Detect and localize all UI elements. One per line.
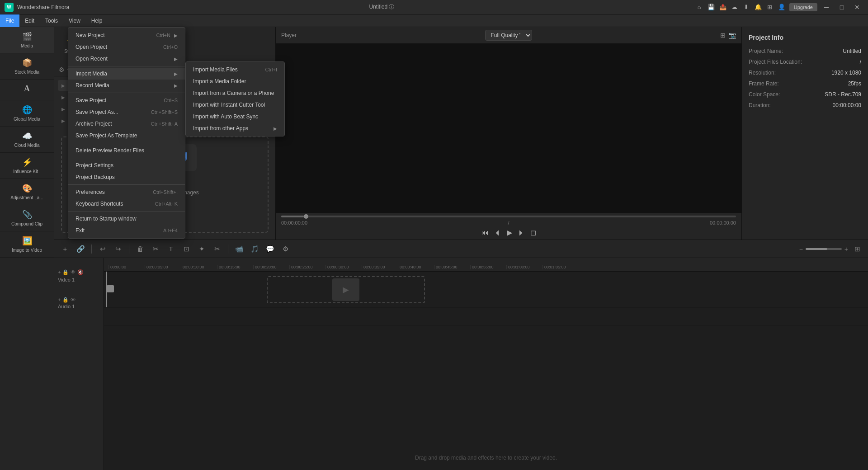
audio-track-add[interactable]: + — [58, 297, 61, 303]
delete-button[interactable]: 🗑 — [134, 243, 146, 255]
layout-icon[interactable]: ⊞ — [765, 2, 775, 12]
info-row-duration: Duration: 00:00:00:00 — [749, 102, 861, 108]
timeline-ruler: 00:00:00 00:00:05:00 00:00:10:00 00:00:1… — [104, 258, 868, 272]
menu-project-settings[interactable]: Project Settings — [68, 160, 185, 171]
mark-button[interactable]: ◻ — [530, 228, 536, 237]
upgrade-button[interactable]: Upgrade — [789, 3, 817, 11]
more-tools-button[interactable]: ✂ — [211, 243, 223, 255]
menu-open-recent[interactable]: Open Recent ▶ — [68, 53, 185, 65]
menu-preferences[interactable]: Preferences Ctrl+Shift+, — [68, 186, 185, 198]
ruler-mark-8: 00:00:40:00 — [398, 265, 434, 269]
audio-track-eye[interactable]: 👁 — [71, 297, 75, 303]
effects-button[interactable]: ✦ — [195, 243, 208, 255]
undo-button[interactable]: ↩ — [96, 243, 109, 255]
media-icon: 🎬 — [22, 32, 32, 42]
progress-bar[interactable] — [281, 216, 736, 217]
player-controls: ⏮ ⏴ ▶ ⏵ ◻ — [281, 228, 736, 237]
text-button[interactable]: T — [165, 243, 177, 255]
export-icon[interactable]: 📤 — [718, 2, 728, 12]
menu-project-backups[interactable]: Project Backups — [68, 171, 185, 183]
play-button[interactable]: ▶ — [507, 228, 512, 237]
menu-import-media[interactable]: Import Media ▶ — [68, 68, 185, 80]
video-track-eye[interactable]: 👁 — [71, 269, 75, 275]
track-add-other[interactable]: ⚙ — [279, 243, 292, 255]
titlebar-left: W Wondershare Filmora — [5, 3, 69, 12]
minimize-button[interactable]: ─ — [820, 3, 833, 12]
sidebar-item-a[interactable]: A — [0, 80, 54, 100]
home-icon[interactable]: ⌂ — [694, 2, 704, 12]
frame-back-button[interactable]: ⏴ — [494, 229, 501, 237]
quality-select[interactable]: Full Quality ' — [485, 30, 532, 41]
keyboard-shortcuts-shortcut: Ctrl+Alt+K — [155, 201, 178, 207]
save-icon[interactable]: 💾 — [706, 2, 716, 12]
sidebar-item-influence[interactable]: ⚡ Influence Kit . — [0, 153, 54, 179]
zoom-in-button[interactable]: + — [844, 245, 848, 253]
menu-keyboard-shortcuts[interactable]: Keyboard Shortcuts Ctrl+Alt+K — [68, 198, 185, 210]
zoom-out-button[interactable]: − — [799, 245, 803, 253]
sidebar-item-compound[interactable]: 📎 Compound Clip — [0, 205, 54, 231]
drop-zone-preview: ▶ — [332, 278, 359, 301]
menu-file[interactable]: File — [0, 14, 19, 27]
menu-help[interactable]: Help — [86, 14, 108, 27]
sidebar-item-adjustment[interactable]: 🎨 Adjustment La... — [0, 179, 54, 205]
collapse-icon[interactable]: ‹ — [269, 66, 271, 73]
crop-button[interactable]: ⊡ — [180, 243, 193, 255]
sidebar-item-media[interactable]: 🎬 Media — [0, 27, 54, 53]
zoom-slider[interactable] — [806, 248, 842, 250]
time-total: 00:00:00:00 — [710, 220, 736, 226]
frame-forward-button[interactable]: ⏵ — [518, 229, 525, 237]
notification-icon[interactable]: 🔔 — [753, 2, 763, 12]
track-add-video[interactable]: 📹 — [233, 243, 245, 255]
snapshot-icon[interactable]: 📷 — [728, 32, 736, 39]
filter-icon[interactable]: ⚙ — [59, 66, 65, 73]
menu-open-project[interactable]: Open Project Ctrl+O — [68, 41, 185, 53]
menu-edit[interactable]: Edit — [19, 14, 40, 27]
menu-tools[interactable]: Tools — [40, 14, 63, 27]
sidebar-label-adjustment: Adjustment La... — [10, 195, 43, 200]
menu-new-project[interactable]: New Project Ctrl+N ▶ — [68, 29, 185, 41]
user-icon[interactable]: 👤 — [777, 2, 787, 12]
player-top-bar: Player Full Quality ' ⊞ 📷 — [276, 27, 741, 44]
playhead-handle[interactable] — [107, 285, 114, 292]
link-button[interactable]: 🔗 — [74, 243, 87, 255]
download-icon[interactable]: ⬇ — [741, 2, 751, 12]
menu-record-media[interactable]: Record Media ▶ — [68, 80, 185, 91]
ruler-mark-11: 00:01:00:00 — [506, 265, 542, 269]
video-track-add[interactable]: + — [58, 269, 61, 275]
sidebar-item-image-video[interactable]: 🖼️ Image to Video — [0, 231, 54, 258]
separator-3 — [68, 143, 185, 143]
menu-return-startup[interactable]: Return to Startup window — [68, 213, 185, 225]
add-track-button[interactable]: + — [59, 243, 71, 255]
video-track-lock[interactable]: 🔒 — [62, 269, 69, 275]
layout-options-button[interactable]: ⊞ — [851, 243, 863, 255]
fullscreen-icon[interactable]: ⊞ — [720, 32, 726, 39]
influence-icon: ⚡ — [22, 157, 32, 167]
track-add-audio[interactable]: 🎵 — [248, 243, 261, 255]
sidebar-item-global[interactable]: 🌐 Global Media — [0, 100, 54, 127]
cloud-icon[interactable]: ☁ — [730, 2, 740, 12]
redo-button[interactable]: ↪ — [112, 243, 124, 255]
sidebar-item-cloud[interactable]: ☁️ Cloud Media — [0, 127, 54, 153]
menu-exit[interactable]: Exit Alt+F4 — [68, 225, 185, 236]
menu-delete-preview[interactable]: Delete Preview Render Files — [68, 145, 185, 156]
menu-archive-project[interactable]: Archive Project Ctrl+Shift+A — [68, 118, 185, 130]
cut-button[interactable]: ✂ — [149, 243, 162, 255]
skip-back-button[interactable]: ⏮ — [481, 229, 489, 237]
track-label-video: + 🔒 👁 🔇 Video 1 — [54, 258, 104, 294]
sidebar-item-stock[interactable]: 📦 Stock Media — [0, 53, 54, 80]
video-drop-zone[interactable]: ▶ — [267, 276, 425, 303]
project-info-title: Project Info — [749, 34, 861, 41]
video-track-mute[interactable]: 🔇 — [77, 269, 84, 275]
stock-icon: 📦 — [22, 58, 32, 68]
menu-save-as-template[interactable]: Save Project As Template — [68, 130, 185, 141]
sidebar-label-influence: Influence Kit . — [13, 169, 41, 174]
info-key-name: Project Name: — [749, 48, 783, 54]
audio-track-lock[interactable]: 🔒 — [62, 297, 69, 303]
close-button[interactable]: ✕ — [851, 3, 863, 12]
sidebar-label-compound: Compound Clip — [11, 221, 42, 226]
maximize-button[interactable]: □ — [835, 3, 848, 12]
track-add-text[interactable]: 💬 — [264, 243, 276, 255]
menu-view[interactable]: View — [63, 14, 86, 27]
menu-save-project[interactable]: Save Project Ctrl+S — [68, 94, 185, 106]
menu-save-project-as[interactable]: Save Project As... Ctrl+Shift+S — [68, 106, 185, 118]
